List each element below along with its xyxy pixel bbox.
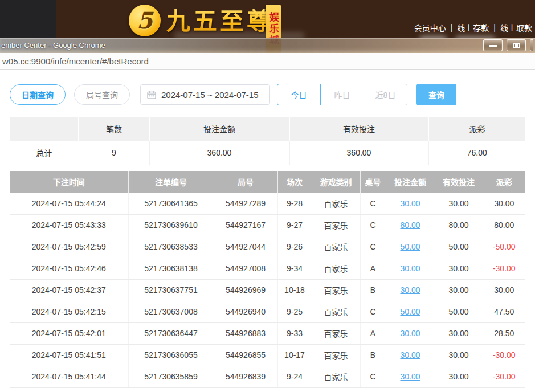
cell-session: 10-18 xyxy=(277,279,312,301)
minimize-icon xyxy=(489,45,497,47)
bet-row: 2024-07-15 05:42:46521730638138544927008… xyxy=(10,258,525,279)
cell-payout: -50.00 xyxy=(483,236,525,258)
summary-header-valid-bet: 有效投注 xyxy=(289,117,428,141)
cell-round-no: 544926969 xyxy=(214,279,277,301)
bet-row: 2024-07-15 05:44:24521730641365544927289… xyxy=(10,193,525,214)
summary-total-label: 总计 xyxy=(10,141,79,165)
bet-table-header-row: 下注时间 注单编号 局号 场次 游戏类别 桌号 投注金额 有效投注 派彩 xyxy=(10,171,525,193)
bet-row: 2024-07-15 05:42:59521730638533544927044… xyxy=(10,236,525,258)
bet-row: 2024-07-15 05:42:37521730637751544926969… xyxy=(10,279,525,301)
cell-payout: 80.00 xyxy=(483,214,525,236)
bet-amount-link[interactable]: 50.00 xyxy=(400,242,420,251)
cell-bet-amount: 30.00 xyxy=(386,366,435,387)
tab-round-query[interactable]: 局号查询 xyxy=(74,84,130,105)
window-controls xyxy=(483,39,533,51)
nav-member-center[interactable]: 会员中心 xyxy=(414,22,446,33)
cell-table-no: B xyxy=(360,344,386,366)
calendar-icon xyxy=(147,91,156,99)
bet-amount-link[interactable]: 30.00 xyxy=(400,264,420,273)
cell-table-no: C xyxy=(360,366,386,387)
cell-payout: -30.00 xyxy=(483,366,525,387)
col-payout: 派彩 xyxy=(483,171,525,193)
cell-round-no: 544927008 xyxy=(214,258,277,279)
cell-round-no: 544927167 xyxy=(214,214,277,236)
cell-valid-bet: 50.00 xyxy=(435,236,483,258)
cell-bet-amount: 30.00 xyxy=(386,344,435,366)
date-range-input[interactable]: 2024-07-15 ~ 2024-07-15 xyxy=(140,84,270,105)
cell-bet-time: 2024-07-15 05:42:46 xyxy=(10,258,128,279)
cell-game-type: 百家乐 xyxy=(312,193,360,214)
cell-table-no: C xyxy=(360,193,386,214)
cell-payout: 47.50 xyxy=(483,301,525,322)
bet-amount-link[interactable]: 50.00 xyxy=(400,307,420,316)
bet-amount-link[interactable]: 30.00 xyxy=(400,285,420,295)
bet-amount-link[interactable]: 30.00 xyxy=(400,350,420,360)
bet-amount-link[interactable]: 30.00 xyxy=(400,199,420,208)
top-nav: 会员中心 | 线上存款 | 线上取款 xyxy=(414,22,532,33)
cell-bet-time: 2024-07-15 05:42:15 xyxy=(10,301,128,322)
url-bar[interactable]: w05.cc:9900/infe/mcenter/#/betRecord xyxy=(0,53,535,70)
corner-dark-box xyxy=(0,0,56,38)
cell-table-no: C xyxy=(360,301,386,322)
cell-bet-amount: 50.00 xyxy=(386,301,435,322)
bet-amount-link[interactable]: 30.00 xyxy=(400,372,420,381)
nav-online-withdraw[interactable]: 线上取款 xyxy=(500,22,532,33)
filter-bar: 日期查询 局号查询 2024-07-15 ~ 2024-07-15 今日 昨日 … xyxy=(10,84,456,105)
window-title: ember Center - Google Chrome xyxy=(1,41,105,50)
col-bet-time: 下注时间 xyxy=(10,171,128,193)
cell-session: 9-27 xyxy=(277,214,312,236)
cell-session: 9-33 xyxy=(277,322,312,344)
bet-amount-link[interactable]: 80.00 xyxy=(400,220,420,230)
summary-total-row: 总计 9 360.00 360.00 76.00 xyxy=(10,141,525,165)
logo-title: 九五至尊 xyxy=(166,2,273,36)
cell-round-no: 544926855 xyxy=(214,344,277,366)
cell-valid-bet: 50.00 xyxy=(435,301,483,322)
cell-session: 9-24 xyxy=(277,366,312,387)
bet-row: 2024-07-15 05:41:44521730635859544926839… xyxy=(10,366,525,387)
cell-valid-bet: 30.00 xyxy=(435,366,483,387)
cell-order-no: 521730635859 xyxy=(128,366,214,387)
summary-bet-amount-value: 360.00 xyxy=(149,141,289,165)
cell-bet-amount: 30.00 xyxy=(386,258,435,279)
nav-online-deposit[interactable]: 线上存款 xyxy=(457,22,489,33)
screen: 5 九五至尊 娱乐城 会员中心 | 线上存款 | 线上取款 ember Cent… xyxy=(0,0,535,392)
cell-table-no: C xyxy=(360,214,386,236)
cell-payout: 30.00 xyxy=(483,193,525,214)
cell-valid-bet: 80.00 xyxy=(435,214,483,236)
cell-bet-amount: 30.00 xyxy=(386,279,435,301)
cell-bet-amount: 30.00 xyxy=(386,322,435,344)
quick-last8days-button[interactable]: 近8日 xyxy=(364,84,407,105)
bet-row: 2024-07-15 05:42:15521730637008544926940… xyxy=(10,301,525,322)
summary-valid-bet-value: 360.00 xyxy=(289,141,428,165)
cell-game-type: 百家乐 xyxy=(312,279,360,301)
summary-count-value: 9 xyxy=(79,141,149,165)
cell-game-type: 百家乐 xyxy=(312,366,360,387)
date-range-value: 2024-07-15 ~ 2024-07-15 xyxy=(161,90,259,100)
quick-yesterday-button[interactable]: 昨日 xyxy=(320,84,364,105)
cell-game-type: 百家乐 xyxy=(312,322,360,344)
cell-table-no: A xyxy=(360,258,386,279)
query-button[interactable]: 查询 xyxy=(416,84,456,105)
summary-header-row: 笔数 投注金额 有效投注 派彩 xyxy=(10,117,525,141)
cell-table-no: C xyxy=(360,236,386,258)
summary-header-blank xyxy=(10,117,79,141)
cell-bet-time: 2024-07-15 05:41:51 xyxy=(10,344,128,366)
bet-amount-link[interactable]: 30.00 xyxy=(400,329,420,338)
minimize-button[interactable] xyxy=(483,39,503,51)
cell-bet-time: 2024-07-15 05:42:37 xyxy=(10,279,128,301)
summary-payout-value: 76.00 xyxy=(428,141,525,165)
cell-valid-bet: 30.00 xyxy=(435,193,483,214)
cell-valid-bet: 30.00 xyxy=(435,279,483,301)
tab-date-query[interactable]: 日期查询 xyxy=(10,84,66,105)
window-title-bar[interactable]: ember Center - Google Chrome xyxy=(0,38,535,53)
cell-bet-time: 2024-07-15 05:42:59 xyxy=(10,236,128,258)
cell-session: 9-28 xyxy=(277,193,312,214)
cell-game-type: 百家乐 xyxy=(312,214,360,236)
close-button[interactable] xyxy=(530,39,533,51)
cell-session: 9-34 xyxy=(277,258,312,279)
maximize-button[interactable] xyxy=(507,39,526,51)
quick-today-button[interactable]: 今日 xyxy=(277,84,321,105)
cell-payout: 28.50 xyxy=(483,322,525,344)
cell-payout: 30.00 xyxy=(483,279,525,301)
cell-bet-time: 2024-07-15 05:43:33 xyxy=(10,214,128,236)
